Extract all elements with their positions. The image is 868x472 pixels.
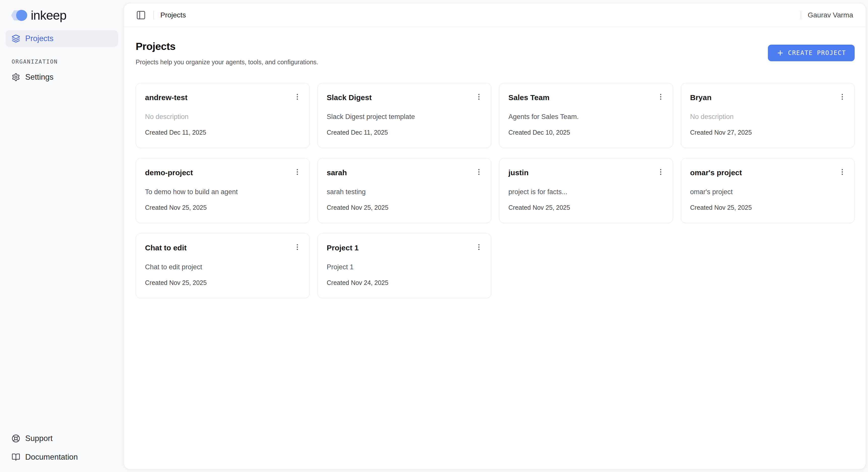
project-card[interactable]: justin project is for facts... Created N… [499, 158, 673, 223]
project-card[interactable]: andrew-test No description Created Dec 1… [136, 83, 310, 148]
sidebar-item-label: Documentation [25, 452, 78, 462]
project-card-created-date: Created Nov 25, 2025 [145, 279, 303, 286]
project-card-description: Project 1 [327, 263, 485, 271]
project-card[interactable]: Slack Digest Slack Digest project templa… [317, 83, 492, 148]
page-title: Projects [136, 40, 318, 53]
ellipsis-vertical-icon [838, 93, 846, 101]
project-card[interactable]: Project 1 Project 1 Created Nov 24, 2025 [317, 233, 492, 298]
sidebar-toggle-button[interactable] [135, 9, 147, 21]
page-header: Projects Projects help you organize your… [136, 40, 855, 66]
book-open-icon [11, 453, 20, 462]
topbar-divider [801, 11, 801, 20]
project-card[interactable]: sarah sarah testing Created Nov 25, 2025 [317, 158, 492, 223]
project-card[interactable]: demo-project To demo how to build an age… [136, 158, 310, 223]
projects-grid: andrew-test No description Created Dec 1… [136, 83, 855, 298]
sidebar-item-support[interactable]: Support [5, 430, 118, 447]
sidebar-footer: Support Documentation [5, 430, 118, 466]
ellipsis-vertical-icon [474, 93, 483, 101]
gear-icon [11, 73, 20, 82]
plus-icon [776, 49, 784, 57]
project-card-menu-button[interactable] [655, 166, 666, 178]
project-card-menu-button[interactable] [655, 91, 666, 102]
sidebar-item-projects[interactable]: Projects [5, 30, 118, 47]
sidebar-item-settings[interactable]: Settings [5, 69, 118, 86]
project-card-menu-button[interactable] [837, 91, 848, 102]
create-project-button-label: CREATE PROJECT [788, 50, 846, 57]
ellipsis-vertical-icon [293, 243, 302, 251]
project-card-description: sarah testing [327, 188, 485, 196]
project-card-title: Slack Digest [327, 93, 372, 102]
project-card-title: Bryan [690, 93, 712, 102]
project-card-created-date: Created Dec 11, 2025 [327, 129, 485, 136]
sidebar-item-label: Support [25, 434, 53, 443]
project-card-description: To demo how to build an agent [145, 188, 303, 196]
project-card-description: Slack Digest project template [327, 113, 485, 121]
topbar-divider [153, 11, 154, 20]
project-card[interactable]: Chat to edit Chat to edit project Create… [136, 233, 310, 298]
brand-name: inkeep [31, 8, 66, 23]
project-card-title: demo-project [145, 168, 193, 177]
inkeep-blob-icon [11, 10, 27, 21]
project-card-title: andrew-test [145, 93, 187, 102]
sidebar-nav: Projects ORGANIZATION Settings [5, 30, 118, 86]
project-card-menu-button[interactable] [292, 91, 303, 102]
user-menu[interactable]: Gaurav Varma [808, 11, 853, 19]
project-card-description: No description [145, 113, 303, 121]
sidebar-item-label: Projects [25, 34, 54, 43]
ellipsis-vertical-icon [293, 93, 302, 101]
project-card-created-date: Created Dec 11, 2025 [145, 129, 303, 136]
ellipsis-vertical-icon [474, 243, 483, 251]
project-card-title: sarah [327, 168, 347, 177]
ellipsis-vertical-icon [656, 168, 665, 176]
project-card-created-date: Created Nov 25, 2025 [508, 204, 666, 211]
project-card-menu-button[interactable] [473, 91, 485, 102]
project-card-description: Chat to edit project [145, 263, 303, 271]
panel-left-icon [136, 10, 146, 20]
project-card[interactable]: omar's project omar's project Created No… [681, 158, 855, 223]
sidebar-item-label: Settings [25, 73, 54, 82]
project-card-title: omar's project [690, 168, 742, 177]
ellipsis-vertical-icon [474, 168, 483, 176]
sidebar-item-documentation[interactable]: Documentation [5, 449, 118, 466]
project-card-created-date: Created Nov 25, 2025 [690, 204, 848, 211]
project-card-title: Chat to edit [145, 243, 187, 252]
project-card-menu-button[interactable] [473, 166, 485, 178]
project-card[interactable]: Bryan No description Created Nov 27, 202… [681, 83, 855, 148]
project-card-created-date: Created Dec 10, 2025 [508, 129, 666, 136]
project-card-created-date: Created Nov 27, 2025 [690, 129, 848, 136]
layers-icon [11, 34, 20, 43]
project-card-menu-button[interactable] [292, 166, 303, 178]
sidebar-section-organization: ORGANIZATION [5, 59, 118, 65]
page-subtitle: Projects help you organize your agents, … [136, 59, 318, 66]
project-card-description: project is for facts... [508, 188, 666, 196]
create-project-button[interactable]: CREATE PROJECT [768, 44, 855, 61]
project-card-created-date: Created Nov 24, 2025 [327, 279, 485, 286]
project-card-title: justin [508, 168, 529, 177]
sidebar: inkeep Projects ORGANIZATION Settings [0, 0, 124, 472]
life-buoy-icon [11, 434, 20, 443]
projects-page: Projects Projects help you organize your… [124, 27, 866, 469]
brand-logo[interactable]: inkeep [5, 0, 118, 30]
project-card-menu-button[interactable] [837, 166, 848, 178]
project-card-title: Sales Team [508, 93, 550, 102]
ellipsis-vertical-icon [656, 93, 665, 101]
project-card-created-date: Created Nov 25, 2025 [145, 204, 303, 211]
project-card-description: Agents for Sales Team. [508, 113, 666, 121]
project-card-created-date: Created Nov 25, 2025 [327, 204, 485, 211]
project-card-menu-button[interactable] [292, 242, 303, 253]
main-panel: Projects Gaurav Varma Projects Projects … [124, 3, 866, 470]
project-card-title: Project 1 [327, 243, 359, 252]
topbar: Projects Gaurav Varma [124, 3, 866, 27]
project-card-menu-button[interactable] [473, 242, 485, 253]
project-card-description: omar's project [690, 188, 848, 196]
ellipsis-vertical-icon [293, 168, 302, 176]
project-card[interactable]: Sales Team Agents for Sales Team. Create… [499, 83, 673, 148]
project-card-description: No description [690, 113, 848, 121]
ellipsis-vertical-icon [838, 168, 846, 176]
breadcrumb: Projects [160, 11, 186, 19]
